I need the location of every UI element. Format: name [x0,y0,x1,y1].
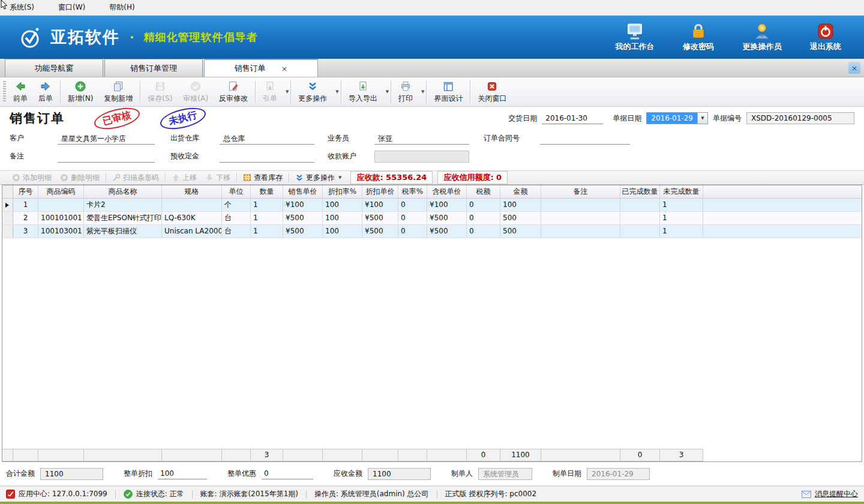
exit-system-button[interactable]: 退出系统 [802,22,850,52]
grid-cell[interactable]: 1 [13,199,38,211]
delivery-date-field[interactable]: 2016-01-30 [542,113,603,124]
row-selector[interactable] [2,212,13,224]
grid-cell[interactable] [541,212,620,224]
tab-sales-order[interactable]: 销售订单 × [204,59,318,77]
change-password-button[interactable]: 修改密码 [674,22,722,52]
tabstrip-close-icon[interactable]: × [848,62,860,74]
grid-column-header[interactable]: 商品编码 [38,185,84,198]
switch-operator-button[interactable]: 更换操作员 [738,22,786,52]
grid-column-header[interactable]: 商品名称 [84,185,162,198]
remark-field[interactable] [58,151,155,163]
import-export-dropdown-caret[interactable]: ▼ [386,89,389,94]
grid-cell[interactable]: 100101001 [38,212,84,224]
warehouse-field[interactable]: 总仓库 [220,133,314,145]
grid-cell[interactable]: 个 [222,199,251,211]
copy-new-button[interactable]: 复制新增 [98,77,138,106]
grid-cell[interactable]: 0 [398,225,427,238]
order-discount-field[interactable]: 100 [158,468,207,479]
print-dropdown-caret[interactable]: ▼ [421,89,424,94]
more-actions-dropdown-caret[interactable]: ▼ [335,89,338,94]
print-button[interactable]: 打印 [393,77,418,106]
grid-cell[interactable]: 紫光平板扫描仪 [84,225,162,238]
grid-cell[interactable] [620,225,660,238]
grid-cell[interactable]: LQ-630K [162,212,222,224]
doc-date-dropdown-icon[interactable]: ▼ [697,113,707,124]
pull-order-dropdown-caret[interactable]: ▼ [286,89,289,94]
grid-cell[interactable] [541,199,620,211]
grid-column-header[interactable]: 折扣率% [323,185,362,198]
grid-column-header[interactable]: 数量 [251,185,283,198]
grid-cell[interactable] [541,225,620,238]
grid-cell[interactable]: 爱普生EPSON针式打印 [84,212,162,224]
grid-cell[interactable]: ¥100 [427,199,467,211]
grid-column-header[interactable]: 金额 [500,185,541,198]
ui-design-button[interactable]: 界面设计 [428,77,468,106]
menu-window[interactable]: 窗口(W) [55,1,89,14]
detail-more-actions-button[interactable]: 更多操作 ▼ [291,173,346,183]
view-stock-button[interactable]: 查看库存 [239,173,287,183]
grid-cell[interactable]: 1 [660,212,703,224]
grid-cell[interactable]: 0 [467,199,500,211]
grid-cell[interactable]: ¥500 [362,225,398,238]
salesman-field[interactable]: 张亚 [374,133,469,145]
grid-cell[interactable]: 1 [660,199,703,211]
grid-cell[interactable] [38,199,84,211]
tab-close-icon[interactable]: × [281,65,288,73]
prev-order-button[interactable]: 前单 [8,77,33,106]
grid-cell[interactable] [620,199,660,211]
grid-cell[interactable]: ¥500 [427,212,467,224]
grid-cell[interactable]: ¥100 [362,199,398,211]
menu-system[interactable]: 系统(S) [6,1,38,14]
grid-cell[interactable]: ¥500 [283,212,323,224]
close-window-button[interactable]: 关闭窗口 [472,77,512,106]
row-selector[interactable] [2,199,13,211]
grid-cell[interactable]: 3 [13,225,38,238]
grid-column-header[interactable]: 含税单价 [427,185,467,198]
import-export-button[interactable]: 导入导出 [343,77,383,106]
grid-cell[interactable]: ¥500 [362,212,398,224]
next-order-button[interactable]: 后单 [33,77,58,106]
grid-column-header[interactable]: 规格 [162,185,222,198]
grid-cell[interactable]: 台 [222,212,251,224]
detail-more-caret[interactable]: ▼ [338,175,341,180]
grid-column-header[interactable]: 税率% [398,185,427,198]
row-selector-header[interactable] [2,185,13,198]
grid-cell[interactable]: 100 [323,225,362,238]
grid-column-header[interactable]: 销售单价 [283,185,323,198]
grid-cell[interactable]: 台 [222,225,251,238]
grid-cell[interactable]: 1 [251,199,283,211]
tab-function-nav[interactable]: 功能导航窗 [5,59,103,77]
grid-cell[interactable]: 500 [500,225,541,238]
my-workbench-button[interactable]: 我的工作台 [611,22,659,52]
grid-cell[interactable]: 1 [660,225,703,238]
grid-cell[interactable]: 2 [13,212,38,224]
new-button[interactable]: 新增(N) [62,77,98,106]
grid-cell[interactable]: Uniscan LA2000 [162,225,222,238]
grid-column-header[interactable]: 单位 [222,185,251,198]
grid-column-header[interactable]: 序号 [13,185,38,198]
grid-column-header[interactable]: 折扣单价 [362,185,398,198]
grid-cell[interactable]: 100103001 [38,225,84,238]
more-actions-button[interactable]: 更多操作 [293,77,332,106]
customer-field[interactable]: 星星文具第一小学店 [58,133,155,145]
grid-cell[interactable]: 1 [251,225,283,238]
grid-cell[interactable] [162,199,222,211]
grid-cell[interactable]: ¥100 [283,199,323,211]
grid-cell[interactable]: 0 [467,212,500,224]
payment-account-field[interactable] [374,151,469,163]
grid-column-header[interactable]: 税额 [467,185,500,198]
grid-cell[interactable]: ¥500 [427,225,467,238]
grid-cell[interactable]: ¥500 [283,225,323,238]
grid-row[interactable]: 1卡片2个1¥100100¥1000¥10001001 [2,199,862,212]
doc-date-field[interactable]: 2016-01-29 ▼ [646,112,708,124]
grid-cell[interactable]: 500 [500,212,541,224]
grid-cell[interactable]: 100 [500,199,541,211]
grid-column-header[interactable]: 未完成数量 [660,185,703,198]
grid-cell[interactable]: 100 [323,199,362,211]
grid-cell[interactable]: 100 [323,212,362,224]
grid-cell[interactable]: 0 [398,199,427,211]
grid-cell[interactable]: 0 [467,225,500,238]
order-reduction-field[interactable]: 0 [262,468,313,479]
menu-help[interactable]: 帮助(H) [106,1,138,14]
grid-cell[interactable] [620,212,660,224]
